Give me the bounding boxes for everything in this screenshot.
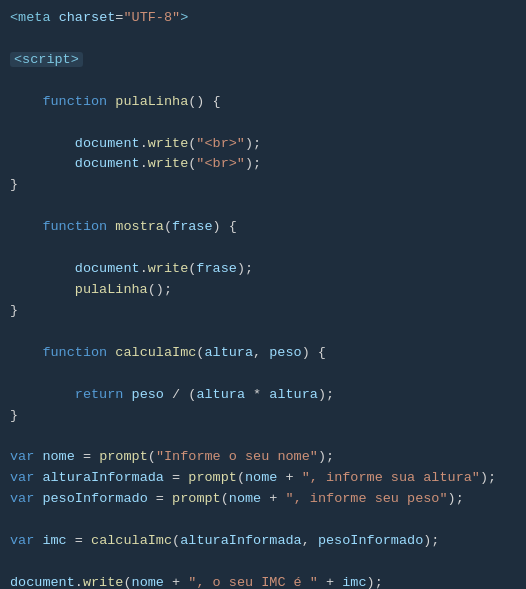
line-blank-6 <box>0 322 526 343</box>
line-meta: <meta charset="UTF-8"> <box>0 8 526 29</box>
line-fn3-decl: function calculaImc(altura, peso) { <box>0 343 526 364</box>
line-fn2-body2: pulaLinha(); <box>0 280 526 301</box>
line-blank-2 <box>0 71 526 92</box>
line-blank-10 <box>0 552 526 573</box>
line-var2: var alturaInformada = prompt(nome + ", i… <box>0 468 526 489</box>
line-fn3-body: return peso / (altura * altura); <box>0 385 526 406</box>
line-fn2-body1: document.write(frase); <box>0 259 526 280</box>
line-fn3-close: } <box>0 406 526 427</box>
line-blank-9 <box>0 510 526 531</box>
line-fn2-decl: function mostra(frase) { <box>0 217 526 238</box>
line-var3: var pesoInformado = prompt(nome + ", inf… <box>0 489 526 510</box>
line-blank-1 <box>0 29 526 50</box>
line-fn1-close: } <box>0 175 526 196</box>
line-fn1-doc2: document.write("<br>"); <box>0 154 526 175</box>
line-fn1-decl: function pulaLinha() { <box>0 92 526 113</box>
line-blank-3 <box>0 113 526 134</box>
line-fn1-doc1: document.write("<br>"); <box>0 134 526 155</box>
line-blank-7 <box>0 364 526 385</box>
line-blank-5 <box>0 238 526 259</box>
line-var4: var imc = calculaImc(alturaInformada, pe… <box>0 531 526 552</box>
line-docwrite: document.write(nome + ", o seu IMC é " +… <box>0 573 526 589</box>
line-blank-4 <box>0 196 526 217</box>
line-blank-8 <box>0 426 526 447</box>
line-script-open: <script> <box>0 50 526 71</box>
line-var1: var nome = prompt("Informe o seu nome"); <box>0 447 526 468</box>
line-fn2-close: } <box>0 301 526 322</box>
code-editor: <meta charset="UTF-8"> <script> function… <box>0 0 526 589</box>
